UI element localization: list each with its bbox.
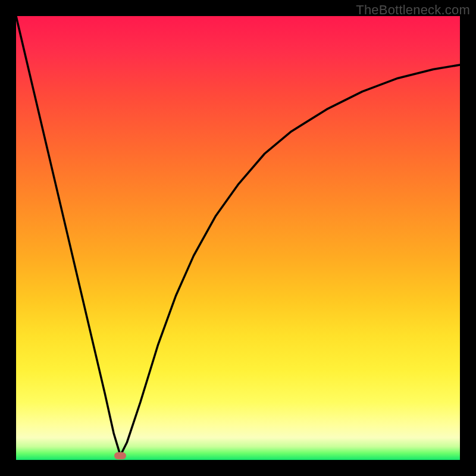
- plot-area: [16, 16, 460, 460]
- optimum-marker: [114, 452, 126, 459]
- bottleneck-curve: [16, 16, 460, 460]
- chart-frame: TheBottleneck.com: [0, 0, 476, 476]
- watermark-text: TheBottleneck.com: [356, 2, 470, 18]
